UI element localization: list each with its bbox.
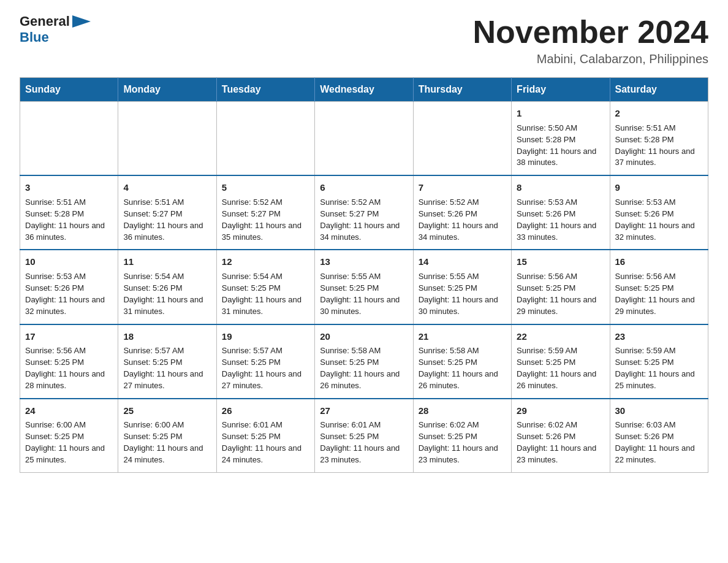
day-info: Sunrise: 5:59 AM Sunset: 5:25 PM Dayligh… — [517, 345, 604, 391]
calendar-cell: 16Sunrise: 5:56 AM Sunset: 5:25 PM Dayli… — [610, 250, 708, 324]
calendar-week-row: 24Sunrise: 6:00 AM Sunset: 5:25 PM Dayli… — [20, 399, 708, 473]
calendar-cell — [413, 102, 511, 176]
day-number: 5 — [222, 181, 309, 194]
day-info: Sunrise: 5:52 AM Sunset: 5:26 PM Dayligh… — [419, 197, 506, 243]
day-info: Sunrise: 5:53 AM Sunset: 5:26 PM Dayligh… — [517, 197, 604, 243]
day-info: Sunrise: 6:00 AM Sunset: 5:25 PM Dayligh… — [123, 419, 211, 465]
calendar-week-row: 17Sunrise: 5:56 AM Sunset: 5:25 PM Dayli… — [20, 324, 708, 399]
calendar-cell: 18Sunrise: 5:57 AM Sunset: 5:25 PM Dayli… — [118, 324, 216, 399]
day-number: 4 — [123, 181, 211, 194]
day-number: 16 — [615, 255, 703, 269]
day-info: Sunrise: 5:55 AM Sunset: 5:25 PM Dayligh… — [320, 271, 408, 317]
weekday-header-row: SundayMondayTuesdayWednesdayThursdayFrid… — [20, 78, 708, 102]
calendar-cell: 20Sunrise: 5:58 AM Sunset: 5:25 PM Dayli… — [315, 324, 413, 399]
day-number: 23 — [615, 330, 703, 343]
calendar-cell: 1Sunrise: 5:50 AM Sunset: 5:28 PM Daylig… — [512, 102, 610, 176]
calendar-cell: 12Sunrise: 5:54 AM Sunset: 5:25 PM Dayli… — [216, 250, 314, 324]
day-number: 18 — [123, 330, 211, 343]
day-info: Sunrise: 5:52 AM Sunset: 5:27 PM Dayligh… — [222, 197, 309, 243]
calendar-cell: 28Sunrise: 6:02 AM Sunset: 5:25 PM Dayli… — [413, 399, 511, 473]
calendar-week-row: 1Sunrise: 5:50 AM Sunset: 5:28 PM Daylig… — [20, 102, 708, 176]
day-info: Sunrise: 5:51 AM Sunset: 5:28 PM Dayligh… — [615, 123, 703, 169]
day-info: Sunrise: 5:54 AM Sunset: 5:26 PM Dayligh… — [123, 271, 211, 317]
day-number: 1 — [517, 107, 604, 120]
day-info: Sunrise: 5:56 AM Sunset: 5:25 PM Dayligh… — [517, 271, 604, 317]
day-number: 20 — [320, 330, 408, 343]
calendar-cell: 4Sunrise: 5:51 AM Sunset: 5:27 PM Daylig… — [118, 175, 216, 250]
day-info: Sunrise: 5:59 AM Sunset: 5:25 PM Dayligh… — [615, 345, 703, 391]
calendar-cell: 21Sunrise: 5:58 AM Sunset: 5:25 PM Dayli… — [413, 324, 511, 399]
day-number: 17 — [25, 330, 113, 343]
day-info: Sunrise: 5:56 AM Sunset: 5:25 PM Dayligh… — [25, 345, 113, 391]
calendar-cell: 27Sunrise: 6:01 AM Sunset: 5:25 PM Dayli… — [315, 399, 413, 473]
calendar-cell: 3Sunrise: 5:51 AM Sunset: 5:28 PM Daylig… — [20, 175, 118, 250]
day-info: Sunrise: 5:51 AM Sunset: 5:27 PM Dayligh… — [123, 197, 211, 243]
day-number: 14 — [419, 255, 506, 269]
calendar-cell — [20, 102, 118, 176]
logo: General Blue — [20, 15, 92, 45]
day-info: Sunrise: 5:53 AM Sunset: 5:26 PM Dayligh… — [25, 271, 113, 317]
day-number: 21 — [419, 330, 506, 343]
calendar-cell: 17Sunrise: 5:56 AM Sunset: 5:25 PM Dayli… — [20, 324, 118, 399]
page-header: General Blue November 2024 Mabini, Calab… — [20, 15, 708, 66]
calendar-cell: 7Sunrise: 5:52 AM Sunset: 5:26 PM Daylig… — [413, 175, 511, 250]
day-number: 13 — [320, 255, 408, 269]
calendar-cell — [216, 102, 314, 176]
day-number: 8 — [517, 181, 604, 194]
calendar-cell: 15Sunrise: 5:56 AM Sunset: 5:25 PM Dayli… — [512, 250, 610, 324]
logo-flag-icon — [72, 15, 91, 28]
day-number: 19 — [222, 330, 309, 343]
day-number: 6 — [320, 181, 408, 194]
day-number: 28 — [419, 404, 506, 418]
logo-blue-text: Blue — [20, 29, 49, 45]
logo-general-text: General — [20, 15, 70, 28]
weekday-header-monday: Monday — [118, 78, 216, 102]
calendar-cell: 14Sunrise: 5:55 AM Sunset: 5:25 PM Dayli… — [413, 250, 511, 324]
day-info: Sunrise: 5:58 AM Sunset: 5:25 PM Dayligh… — [320, 345, 408, 391]
calendar-cell: 30Sunrise: 6:03 AM Sunset: 5:26 PM Dayli… — [610, 399, 708, 473]
weekday-header-saturday: Saturday — [610, 78, 708, 102]
calendar-cell: 26Sunrise: 6:01 AM Sunset: 5:25 PM Dayli… — [216, 399, 314, 473]
weekday-header-wednesday: Wednesday — [315, 78, 413, 102]
day-number: 9 — [615, 181, 703, 194]
day-number: 24 — [25, 404, 113, 418]
day-number: 11 — [123, 255, 211, 269]
day-info: Sunrise: 6:02 AM Sunset: 5:26 PM Dayligh… — [517, 419, 604, 465]
day-info: Sunrise: 5:51 AM Sunset: 5:28 PM Dayligh… — [25, 197, 113, 243]
day-info: Sunrise: 5:58 AM Sunset: 5:25 PM Dayligh… — [419, 345, 506, 391]
day-info: Sunrise: 6:03 AM Sunset: 5:26 PM Dayligh… — [615, 419, 703, 465]
day-info: Sunrise: 6:01 AM Sunset: 5:25 PM Dayligh… — [320, 419, 408, 465]
calendar-cell: 2Sunrise: 5:51 AM Sunset: 5:28 PM Daylig… — [610, 102, 708, 176]
day-number: 26 — [222, 404, 309, 418]
month-title: November 2024 — [473, 15, 708, 50]
day-number: 12 — [222, 255, 309, 269]
calendar-week-row: 10Sunrise: 5:53 AM Sunset: 5:26 PM Dayli… — [20, 250, 708, 324]
day-number: 3 — [25, 181, 113, 194]
calendar-cell — [315, 102, 413, 176]
calendar-cell: 10Sunrise: 5:53 AM Sunset: 5:26 PM Dayli… — [20, 250, 118, 324]
weekday-header-friday: Friday — [512, 78, 610, 102]
day-number: 29 — [517, 404, 604, 418]
day-number: 10 — [25, 255, 113, 269]
weekday-header-tuesday: Tuesday — [216, 78, 314, 102]
calendar-cell: 5Sunrise: 5:52 AM Sunset: 5:27 PM Daylig… — [216, 175, 314, 250]
day-number: 2 — [615, 107, 703, 120]
calendar-cell: 8Sunrise: 5:53 AM Sunset: 5:26 PM Daylig… — [512, 175, 610, 250]
weekday-header-sunday: Sunday — [20, 78, 118, 102]
calendar-week-row: 3Sunrise: 5:51 AM Sunset: 5:28 PM Daylig… — [20, 175, 708, 250]
day-info: Sunrise: 5:52 AM Sunset: 5:27 PM Dayligh… — [320, 197, 408, 243]
calendar-cell: 11Sunrise: 5:54 AM Sunset: 5:26 PM Dayli… — [118, 250, 216, 324]
day-info: Sunrise: 5:50 AM Sunset: 5:28 PM Dayligh… — [517, 123, 604, 169]
day-info: Sunrise: 6:00 AM Sunset: 5:25 PM Dayligh… — [25, 419, 113, 465]
weekday-header-thursday: Thursday — [413, 78, 511, 102]
svg-marker-0 — [72, 15, 91, 28]
calendar-table: SundayMondayTuesdayWednesdayThursdayFrid… — [20, 77, 708, 473]
calendar-cell: 6Sunrise: 5:52 AM Sunset: 5:27 PM Daylig… — [315, 175, 413, 250]
day-info: Sunrise: 5:57 AM Sunset: 5:25 PM Dayligh… — [123, 345, 211, 391]
calendar-cell: 19Sunrise: 5:57 AM Sunset: 5:25 PM Dayli… — [216, 324, 314, 399]
day-info: Sunrise: 5:55 AM Sunset: 5:25 PM Dayligh… — [419, 271, 506, 317]
day-info: Sunrise: 5:54 AM Sunset: 5:25 PM Dayligh… — [222, 271, 309, 317]
calendar-cell: 29Sunrise: 6:02 AM Sunset: 5:26 PM Dayli… — [512, 399, 610, 473]
day-info: Sunrise: 5:56 AM Sunset: 5:25 PM Dayligh… — [615, 271, 703, 317]
calendar-cell: 24Sunrise: 6:00 AM Sunset: 5:25 PM Dayli… — [20, 399, 118, 473]
